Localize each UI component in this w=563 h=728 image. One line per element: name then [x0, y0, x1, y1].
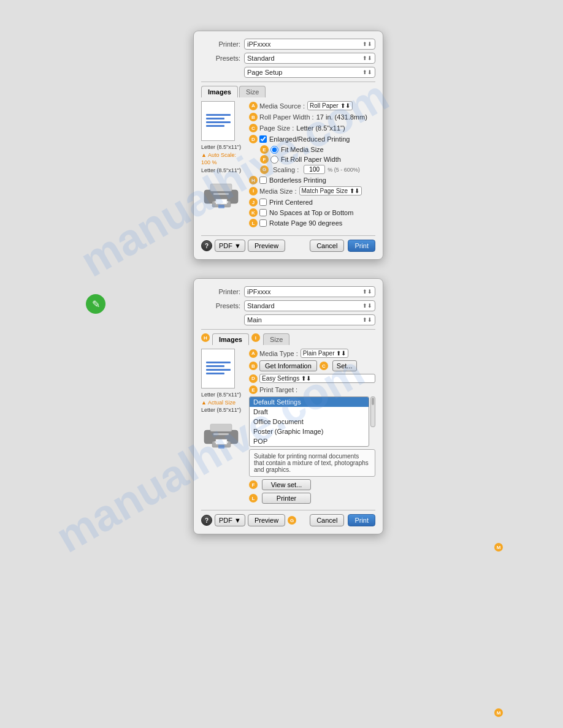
target-item-office[interactable]: Office Document — [250, 417, 369, 427]
bottom-preview-col: Letter (8.5"x11") ▲ Actual Size Letter (… — [201, 349, 244, 504]
bottom-presets-label: Presets: — [201, 302, 244, 309]
tab-size[interactable]: Size — [239, 86, 266, 97]
fit-media-radio[interactable] — [270, 146, 278, 154]
presets-label: Presets: — [201, 55, 244, 62]
badge-M-bottom: M — [494, 543, 503, 552]
badge-I: I — [249, 187, 258, 195]
target-item-default[interactable]: Default Settings — [250, 397, 369, 407]
page-setup-select[interactable]: Page Setup ⬆⬇ — [244, 67, 375, 78]
no-spaces-checkbox[interactable] — [259, 209, 267, 216]
printer-settings-button[interactable]: Printer — [262, 493, 311, 504]
preview-paper-size: Letter (8.5"x11") — [201, 143, 244, 151]
paper-lines — [206, 114, 231, 129]
printer-value: iPFxxxx — [247, 40, 271, 48]
print-target-area: Default Settings Draft Office Document P… — [249, 396, 375, 449]
scaling-label: Scaling : — [273, 166, 299, 173]
media-type-label: Media Type : — [259, 350, 298, 357]
target-item-poster[interactable]: Poster (Graphic Image) — [250, 427, 369, 436]
bottom-printer-arrow: ⬆⬇ — [362, 289, 372, 295]
media-size-select[interactable]: Match Page Size ⬆⬇ — [299, 186, 362, 195]
media-size-value: Match Page Size — [302, 188, 348, 194]
badge-A: A — [249, 102, 258, 110]
media-source-label: Media Source : — [259, 102, 305, 110]
easy-settings-row: D Easy Settings ⬆⬇ — [249, 374, 375, 383]
description-box: Suitable for printing normal documents t… — [249, 449, 375, 477]
bottom-printer-select[interactable]: iPFxxxx ⬆⬇ — [244, 286, 375, 297]
bottom-presets-value: Standard — [247, 302, 275, 309]
presets-select[interactable]: Standard ⬆⬇ — [244, 53, 375, 64]
bottom-badge-B: B — [249, 362, 258, 370]
bottom-badge-E: E — [249, 385, 258, 394]
bottom-preview-button[interactable]: Preview — [248, 514, 285, 526]
presets-value: Standard — [247, 55, 275, 62]
scaling-input[interactable]: 100 — [304, 165, 325, 174]
bottom-help-button[interactable]: ? — [201, 515, 212, 526]
scroll-thumb — [372, 398, 374, 405]
bottom-presets-row: Presets: Standard ⬆⬇ — [201, 300, 375, 311]
scaling-hint: % (5 - 600%) — [327, 167, 360, 173]
tab-images[interactable]: Images — [201, 86, 238, 97]
preview-paper-label: Letter (8.5"x11") — [201, 167, 244, 175]
easy-settings-value: Easy Settings — [262, 375, 299, 382]
bottom-content-area: Letter (8.5"x11") ▲ Actual Size Letter (… — [201, 349, 375, 504]
badge-E: E — [260, 145, 269, 154]
bottom-printer-value: iPFxxxx — [247, 288, 271, 295]
print-target-list: Default Settings Draft Office Document P… — [249, 396, 369, 447]
svg-rect-1 — [210, 184, 232, 191]
bottom-badge-L: L — [249, 494, 258, 502]
bottom-panel-value: Main — [247, 316, 262, 324]
bottom-tab-images[interactable]: Images — [212, 333, 249, 345]
view-set-row: F View set... — [249, 479, 375, 490]
bottom-preview-paper-label: Letter (8.5"x11") — [201, 406, 244, 414]
top-preview-col: Letter (8.5"x11") ▲ Auto Scale: 100 % Le… — [201, 101, 244, 229]
get-info-button[interactable]: Get Information — [259, 360, 317, 371]
bottom-badge-D: D — [249, 374, 258, 383]
easy-settings-select[interactable]: Easy Settings ⬆⬇ — [259, 374, 375, 383]
borderless-label: Borderless Printing — [269, 176, 326, 184]
bottom-print-button[interactable]: Print — [348, 514, 375, 526]
page-size-label: Page Size : — [259, 124, 294, 132]
bottom-presets-arrow: ⬆⬇ — [362, 303, 372, 309]
get-info-row: B Get Information C Set... — [249, 360, 375, 371]
printer-select[interactable]: iPFxxxx ⬆⬇ — [244, 39, 375, 50]
presets-arrow-icon: ⬆⬇ — [362, 55, 372, 61]
badge-M-top: M — [494, 708, 503, 717]
set-button[interactable]: Set... — [332, 360, 357, 371]
bottom-panel-select[interactable]: Main ⬆⬇ — [244, 314, 375, 325]
help-button[interactable]: ? — [201, 240, 212, 251]
media-type-arrow: ⬆⬇ — [336, 350, 346, 357]
svg-rect-2 — [213, 193, 229, 195]
bottom-tab-size[interactable]: Size — [263, 333, 289, 345]
badge-G: G — [260, 165, 269, 174]
preview-auto-scale: ▲ Auto Scale: 100 % — [201, 151, 244, 167]
preview-button[interactable]: Preview — [248, 240, 285, 252]
pdf-button[interactable]: PDF ▼ — [215, 240, 245, 252]
bottom-pdf-button[interactable]: PDF ▼ — [215, 514, 245, 526]
target-item-pop[interactable]: POP — [250, 436, 369, 446]
media-size-row: I Media Size : Match Page Size ⬆⬇ — [249, 186, 375, 195]
bottom-cancel-button[interactable]: Cancel — [310, 514, 344, 526]
top-printer-image — [201, 178, 243, 211]
badge-L: L — [249, 219, 258, 227]
roll-paper-width-value: 17 in. (431.8mm) — [316, 113, 367, 121]
top-footer: ? PDF ▼ Preview M Cancel Print — [201, 235, 375, 252]
bottom-badge-F: F — [249, 480, 258, 489]
media-source-select[interactable]: Roll Paper ⬆⬇ — [307, 101, 353, 110]
easy-settings-arrow: ⬆⬇ — [301, 375, 311, 382]
media-type-select[interactable]: Plain Paper ⬆⬇ — [301, 349, 349, 358]
print-target-scrollbar[interactable] — [370, 396, 375, 427]
enlarged-printing-checkbox[interactable] — [259, 135, 267, 143]
print-target-label-row: E Print Target : — [249, 385, 375, 394]
fit-roll-radio[interactable] — [270, 156, 278, 164]
cancel-button[interactable]: Cancel — [310, 240, 344, 252]
view-set-button[interactable]: View set... — [262, 479, 311, 490]
svg-rect-9 — [213, 433, 229, 435]
bottom-presets-select[interactable]: Standard ⬆⬇ — [244, 300, 375, 311]
borderless-checkbox[interactable] — [259, 176, 267, 184]
target-item-draft[interactable]: Draft — [250, 407, 369, 417]
print-centered-checkbox[interactable] — [259, 199, 267, 206]
print-button[interactable]: Print — [348, 240, 375, 252]
rotate-checkbox[interactable] — [259, 219, 267, 227]
page-setup-arrow-icon: ⬆⬇ — [362, 69, 372, 75]
scaling-row: G Scaling : 100 % (5 - 600%) — [260, 165, 375, 174]
